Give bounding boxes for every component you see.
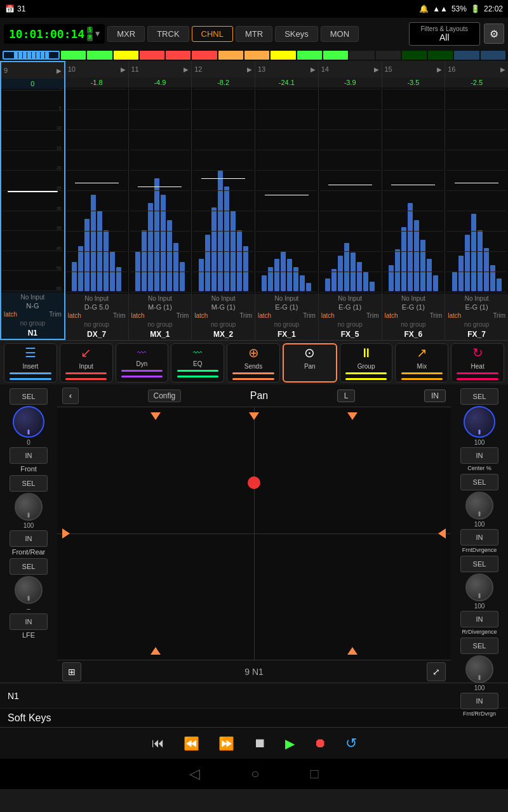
rrdivergence-in-button[interactable]: IN: [460, 611, 498, 627]
loop-button[interactable]: ↺: [345, 735, 357, 752]
ch13-num: 13: [258, 65, 265, 73]
android-home-button[interactable]: ○: [251, 766, 259, 782]
frontrear-sel-button[interactable]: SEL: [10, 475, 48, 492]
ch10-arrow[interactable]: ▶: [121, 66, 126, 73]
rrdivergence-knob[interactable]: [465, 573, 493, 601]
ch14-meter: [319, 88, 382, 294]
ch12-arrow[interactable]: ▶: [247, 66, 252, 73]
nav-mon[interactable]: MON: [321, 26, 359, 42]
centerpct-knob[interactable]: [464, 406, 495, 438]
sends-button[interactable]: ⊕ Sends: [227, 343, 280, 383]
pan-canvas[interactable]: [57, 407, 451, 660]
centerpct-sel-button[interactable]: SEL: [460, 388, 498, 405]
selected-channel-meter: [3, 51, 60, 60]
sends-icon: ⊕: [248, 345, 259, 360]
input-button[interactable]: ↙ Input: [60, 343, 113, 383]
pan-position-dot[interactable]: [248, 476, 260, 489]
channel-10[interactable]: 10 ▶ -1.8 No Input D-G 5: [65, 61, 129, 340]
pan-arrow-rear-right: [347, 647, 358, 655]
channel-11[interactable]: 11 ▶ -4.9 No Input M-G (: [129, 61, 192, 340]
filters-all-button[interactable]: Filters & Layouts All: [409, 22, 480, 46]
pan-section: SEL 0 IN Front SEL 100 IN Front/Rear SEL…: [0, 384, 508, 683]
nav-trck[interactable]: TRCK: [147, 26, 189, 42]
centerpct-value: 100: [474, 439, 485, 446]
settings-button[interactable]: ⚙: [484, 23, 504, 44]
frntrrdvrgn-in-button[interactable]: IN: [460, 693, 498, 709]
pan-config-button[interactable]: Config: [148, 390, 182, 402]
ch14-group: E-G (1): [319, 303, 382, 311]
ch13-name: FX_1: [255, 329, 318, 340]
lfe-sel-button[interactable]: SEL: [10, 558, 48, 575]
ch13-no-input: No Input: [255, 294, 318, 303]
pan-grid-button[interactable]: ⊞: [62, 662, 81, 681]
channel-14[interactable]: 14 ▶ -3.9 No Input E-G (: [319, 61, 382, 340]
meter-ch11: [114, 51, 138, 60]
ch9-arrow[interactable]: ▶: [57, 67, 62, 74]
pan-in-button[interactable]: IN: [424, 390, 446, 402]
android-back-button[interactable]: ◁: [189, 766, 200, 782]
centerpct-in-button[interactable]: IN: [460, 447, 498, 464]
ch16-arrow[interactable]: ▶: [500, 66, 505, 73]
lfe-in-button[interactable]: IN: [10, 613, 48, 630]
ch13-arrow[interactable]: ▶: [311, 66, 316, 73]
ch10-group: D-G 5.0: [65, 303, 128, 311]
ch11-arrow[interactable]: ▶: [184, 66, 189, 73]
channel-15[interactable]: 15 ▶ -3.5 No Input E-G (: [382, 61, 446, 340]
pan-l-button[interactable]: L: [337, 390, 356, 402]
nav-chnl[interactable]: CHNL: [192, 26, 233, 42]
stop-button[interactable]: ⏹: [253, 736, 266, 750]
nav-mxr[interactable]: MXR: [107, 26, 145, 42]
nav-skeys[interactable]: SKeys: [275, 26, 318, 42]
heat-button[interactable]: ↻ Heat: [451, 343, 504, 383]
time-display: 22:02: [484, 4, 503, 13]
front-knob[interactable]: [13, 406, 44, 438]
frntrrdvrgn-knob[interactable]: [465, 655, 493, 683]
mix-button[interactable]: ↗ Mix: [395, 343, 448, 383]
channel-12[interactable]: 12 ▶ -8.2 No Input M-G (: [192, 61, 255, 340]
ch11-group: M-G (1): [129, 303, 192, 311]
frontrear-in-button[interactable]: IN: [10, 530, 48, 547]
fast-forward-button[interactable]: ⏩: [218, 736, 234, 751]
ch14-arrow[interactable]: ▶: [374, 66, 379, 73]
mix-icon: ↗: [417, 345, 427, 360]
frontrear-knob[interactable]: [15, 493, 43, 521]
frntrrdvrgn-row: SEL 100 IN Frnt/RrDvrgn: [453, 638, 505, 717]
rewind-button[interactable]: ⏪: [184, 736, 199, 751]
heat-label: Heat: [471, 363, 485, 370]
frntdvrgence-sel-button[interactable]: SEL: [460, 474, 498, 490]
pan-expand-button[interactable]: ⤢: [427, 662, 446, 681]
lfe-knob[interactable]: [15, 576, 43, 604]
channel-13[interactable]: 13 ▶ -24.1 No Input E-G: [255, 61, 319, 340]
pan-button[interactable]: ⊙ Pan: [283, 343, 337, 383]
android-recent-button[interactable]: □: [311, 766, 319, 782]
rrdivergence-sel-button[interactable]: SEL: [460, 556, 498, 572]
frntdvrgence-knob[interactable]: [465, 492, 493, 520]
ch9-no-input: No Input: [1, 292, 64, 302]
ch14-num: 14: [321, 65, 329, 73]
meter-ch10: [61, 51, 86, 60]
eq-button[interactable]: 〰 EQ: [171, 343, 224, 383]
frntdvrgence-row: SEL 100 IN FrntDvrgence: [453, 474, 505, 553]
frntdvrgence-in-button[interactable]: IN: [460, 529, 498, 546]
record-button[interactable]: ⏺: [314, 736, 326, 750]
lfe-knob-row: SEL – IN LFE: [3, 558, 55, 639]
rewind-to-start-button[interactable]: ⏮: [152, 736, 164, 750]
insert-button[interactable]: ☰ Insert: [4, 343, 57, 383]
pan-back-button[interactable]: ‹: [62, 388, 79, 404]
meter-ch16b: [323, 51, 348, 60]
ch12-name: MX_2: [192, 329, 255, 340]
pan-arrow-left: [62, 528, 75, 539]
front-in-button[interactable]: IN: [10, 447, 48, 464]
channel-16[interactable]: 16 ▶ -2.5 No Input E-G (: [445, 61, 508, 340]
group-button[interactable]: ⏸ Group: [340, 343, 393, 383]
filters-layout: Filters & Layouts All ⚙: [409, 22, 504, 46]
ch16-value: -2.5: [445, 77, 508, 88]
nav-mtr[interactable]: MTR: [236, 26, 272, 42]
ch15-arrow[interactable]: ▶: [437, 66, 442, 73]
frntrrdvrgn-sel-button[interactable]: SEL: [460, 638, 498, 654]
channel-9[interactable]: 9 ▶ 0 0 5 10 15 20 25 30 35 40 50 60 No …: [0, 61, 65, 340]
front-sel-button[interactable]: SEL: [10, 388, 48, 405]
timecode-display[interactable]: 10:01:00:14 S M ▼: [4, 24, 105, 44]
play-button[interactable]: ▶: [285, 736, 295, 751]
dyn-button[interactable]: 〰 Dyn: [116, 343, 169, 383]
